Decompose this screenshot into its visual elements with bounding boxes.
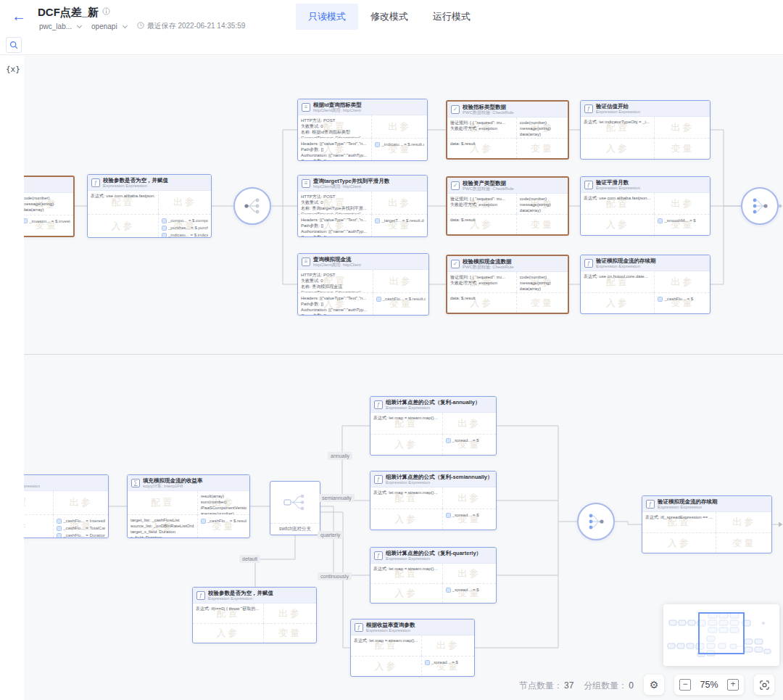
flow-node-expr-formula-quarterly[interactable]: ƒ组装计算点差的公式（复利-quarterly）Expression Expre… <box>370 547 497 604</box>
flow-node-http-query-cashflow[interactable]: ≡查询模拟现金流httpClient调用: httpClient配置HTTP方法… <box>297 253 429 316</box>
page-title: DCF点差_新 <box>38 5 110 20</box>
watermark-out: 出参 <box>264 604 316 623</box>
variable-icon <box>446 513 451 518</box>
back-arrow-icon[interactable]: ← <box>12 9 26 23</box>
node-subtitle: Expression Expression <box>596 186 640 191</box>
variable-icon <box>201 519 206 524</box>
node-subtitle: Expression Expression <box>366 628 415 633</box>
node-subtitle: Expression Expression <box>208 596 273 601</box>
check-icon: ✓ <box>451 260 460 268</box>
settings-button[interactable]: ⚙ <box>644 675 664 695</box>
group-node-fork-1[interactable] <box>233 187 271 225</box>
node-subtitle: PWC数据校验: CheckRule <box>463 110 514 115</box>
watermark-out: 出参 <box>443 413 496 434</box>
variable-icon <box>446 588 451 593</box>
variable-chip: _spread... = $ <box>446 586 493 593</box>
switch-node-label: switch流程分支 <box>270 523 320 535</box>
node-body: 配置表达式: if(_spreadExpression == ...出参入参变量 <box>642 512 771 553</box>
http-icon: ≡ <box>302 258 310 266</box>
variable-icon <box>376 297 381 302</box>
node-title: 查询targetType并找到平滑月数 <box>313 178 389 184</box>
watermark-out: 出参 <box>372 115 427 138</box>
expr-icon: ƒ <box>584 259 593 268</box>
node-header: ✓校验模拟现金流数据PWC数据校验: CheckRule <box>447 256 568 272</box>
flow-node-expr-verify-params-empty-2[interactable]: ƒ校验参数是否为空，并赋值Expression Expression配置表达式:… <box>192 587 317 643</box>
tab-run-mode[interactable]: 运行模式 <box>420 4 483 30</box>
watermark-out: 出参 <box>159 191 211 214</box>
variable-chip: _purchas... = $.purchase... <box>162 224 208 231</box>
variable-chip: _cashFlo... = InterestRate <box>57 517 105 524</box>
node-body: 配置表达式: let map = stream.map()...出参入参变量_s… <box>370 413 496 455</box>
flow-node-http-query-targettype[interactable]: ≡查询targetType并找到平滑月数httpClient调用: httpCl… <box>297 175 428 237</box>
node-header: ƒ校验参数是否为空，并赋值Expression Expression <box>193 588 316 604</box>
flow-node-check-indicator-type[interactable]: ✓校验指标类型数据PWC数据校验: CheckRule配置验证规则: [ { "… <box>446 100 569 160</box>
flow-node-expr-verify-smooth-months[interactable]: ƒ验证平滑月数Expression Expression配置表达式: use c… <box>580 176 710 236</box>
flow-node-expr-formula-annually[interactable]: ƒ组装计算点差的公式（复利-annually）Expression Expres… <box>370 396 497 456</box>
flow-node-check-sim-cashflow[interactable]: ✓校验模拟现金流数据PWC数据校验: CheckRule配置验证规则: [ { … <box>446 255 569 314</box>
watermark-out: 出参 <box>655 117 710 138</box>
node-count-value: 37 <box>564 680 573 691</box>
flow-node-expr-formula-semiannually[interactable]: ƒ组装计算点差的公式（复利-semiannually）Expression Ex… <box>370 471 497 530</box>
search-button[interactable] <box>6 37 22 53</box>
node-title: 根据id查询指标类型 <box>313 102 362 108</box>
app-header: ← DCF点差_新 pwc_lab... openapi 最近保存 2022-0… <box>0 0 783 35</box>
expr-icon: ƒ <box>584 104 593 113</box>
flow-node-verify-params-empty-1[interactable]: ƒ校验参数是否为空，并赋值Expression Expression配置表达式:… <box>87 174 212 238</box>
flow-designer-app: ← DCF点差_新 pwc_lab... openapi 最近保存 2022-0… <box>0 0 783 700</box>
watermark-in: 入参 <box>370 509 442 530</box>
group-node-merge-1[interactable] <box>741 187 779 225</box>
group-node-merge-2[interactable] <box>577 503 615 540</box>
zoom-out-button[interactable]: − <box>679 679 691 691</box>
variable-chip: _cashFlo... = Duration <box>57 532 105 538</box>
node-header: ƒ组装计算点差的公式（复利-quarterly）Expression Expre… <box>370 548 496 564</box>
node-title: 验证估值开始 <box>596 103 640 110</box>
variable-chip: _targetT... = $.result.data <box>375 217 424 224</box>
minimap-viewport[interactable] <box>698 612 745 654</box>
variable-icon <box>162 218 167 223</box>
node-title: 验证模拟现金流的存续期 <box>658 498 718 505</box>
node-title: 验证平滑月数 <box>596 179 640 186</box>
minimap[interactable] <box>663 604 779 666</box>
node-header: ƒ验证模拟现金流的存续期Expression Expression <box>581 255 710 271</box>
watermark-out: 出参 <box>54 491 108 514</box>
last-saved-text: 最近保存 2022-06-21 14:35:59 <box>147 21 246 31</box>
node-body: 配置表达式: use cn.hutool.core.date...出参入参变量_… <box>581 271 710 313</box>
node-header: ƒ验证平滑月数Expression Expression <box>581 177 710 193</box>
edge-label-quarterly: quarterly <box>318 531 343 539</box>
variables-panel-icon[interactable]: {x} <box>6 65 20 74</box>
fit-view-button[interactable] <box>754 675 774 695</box>
flow-node-scipy-fill-yield[interactable]: ∑填充模拟现金流的收益率scipy计算: interp1Fill配置出参resu… <box>127 474 250 538</box>
variable-chip: _indicato... = $.indicatorT... <box>162 231 208 237</box>
node-subtitle: Expression Expression <box>386 405 480 411</box>
flow-node-expr-verify-valuation[interactable]: ƒ验证估值开始Expression Expression配置表达式: let i… <box>580 100 710 160</box>
node-body: 配置验证规则: [ { "required": tru...失败处理方式: ex… <box>447 118 568 158</box>
variable-chip: _cashFlo... = TotalCashF... <box>57 524 105 532</box>
info-icon[interactable] <box>102 5 110 17</box>
node-title: 验证模拟现金流的存续期 <box>596 258 656 264</box>
flow-node-expr-verify-duration-2[interactable]: ƒ验证模拟现金流的存续期Expression Expression配置表达式: … <box>642 495 772 553</box>
node-title: 校验模拟现金流数据 <box>463 258 514 265</box>
node-subtitle: Expression Expression <box>658 505 718 510</box>
zoom-in-button[interactable]: + <box>727 679 739 691</box>
flow-node-switch-branch[interactable]: switch流程分支 <box>270 481 320 535</box>
http-icon: ≡ <box>302 103 310 112</box>
node-header: ƒ校验参数是否为空，并赋值Expression Expression <box>88 175 211 191</box>
flow-node-expr-query-params-by-yield[interactable]: ƒ根据收益率查询参数Expression Expression配置表达式: le… <box>350 619 475 677</box>
group-count-value: 0 <box>629 680 634 691</box>
watermark-in: 入参 <box>370 435 442 455</box>
tab-edit-mode[interactable]: 修改模式 <box>358 4 420 30</box>
edge-label-default: default <box>239 555 260 563</box>
node-header: ✓校验资产类型数据PWC数据校验: CheckRule <box>447 178 568 194</box>
flow-canvas[interactable]: ✓配置出参code(number)message(string)data(arr… <box>0 56 783 700</box>
watermark-out: 出参 <box>422 635 474 656</box>
flow-node-expr-verify-duration-1[interactable]: ƒ验证模拟现金流的存续期Expression Expression配置表达式: … <box>580 255 710 314</box>
zoom-control: − 75% + <box>674 675 744 695</box>
search-icon <box>9 41 18 49</box>
node-header: ƒ验证模拟现金流的存续期Expression Expression <box>642 496 771 512</box>
project-select[interactable]: pwc_lab... <box>39 22 72 30</box>
variable-icon <box>162 233 167 238</box>
tab-read-mode[interactable]: 只读模式 <box>296 4 358 30</box>
flow-node-check-asset-type[interactable]: ✓校验资产类型数据PWC数据校验: CheckRule配置验证规则: [ { "… <box>446 176 569 236</box>
api-select[interactable]: openapi <box>91 22 117 30</box>
flow-node-http-query-indicator-type[interactable]: ≡根据id查询指标类型httpClient调用: httpClient配置HTT… <box>297 99 428 161</box>
